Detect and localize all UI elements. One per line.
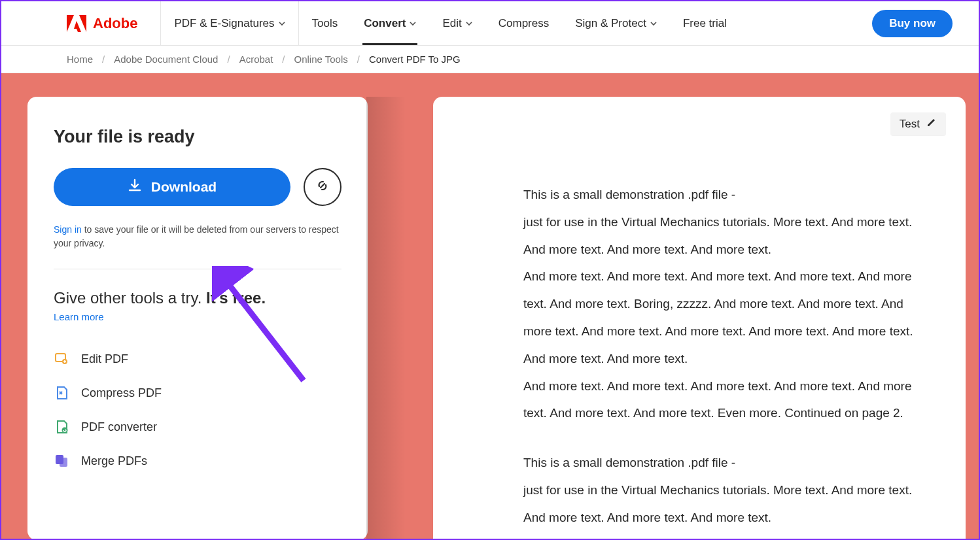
- crumb-separator: /: [227, 54, 230, 65]
- edit-pdf-icon: [54, 351, 69, 367]
- tool-label: PDF converter: [81, 420, 157, 434]
- chevron-down-icon: [410, 20, 416, 27]
- filename-label: Test: [900, 118, 920, 131]
- nav-convert[interactable]: Convert: [351, 1, 429, 45]
- nav-label: Free trial: [683, 17, 727, 30]
- crumb-current: Convert PDF To JPG: [369, 54, 461, 65]
- chevron-down-icon: [466, 20, 472, 27]
- tools-heading: Give other tools a try. It's free.: [54, 289, 341, 307]
- pdf-converter-icon: [54, 419, 69, 435]
- crumb-doc-cloud[interactable]: Adobe Document Cloud: [114, 54, 218, 65]
- document-preview: This is a small demonstration .pdf file …: [523, 181, 929, 532]
- download-icon: [128, 178, 142, 196]
- nav-free-trial[interactable]: Free trial: [670, 1, 740, 45]
- preview-panel: Test This is a small demonstration .pdf …: [433, 97, 966, 540]
- compress-pdf-icon: [54, 385, 69, 401]
- doc-line: just for use in the Virtual Mechanics tu…: [523, 209, 929, 263]
- doc-line: And more text. And more text. And more t…: [523, 373, 929, 428]
- tool-label: Compress PDF: [81, 386, 162, 400]
- crumb-acrobat[interactable]: Acrobat: [239, 54, 273, 65]
- brand-name: Adobe: [93, 15, 137, 32]
- signin-link[interactable]: Sign in: [54, 224, 82, 235]
- filename-chip[interactable]: Test: [890, 112, 946, 135]
- doc-line: This is a small demonstration .pdf file …: [523, 449, 929, 477]
- nav-label: Convert: [364, 17, 406, 30]
- doc-line: This is a small demonstration .pdf file …: [523, 181, 929, 209]
- doc-line: just for use in the Virtual Mechanics tu…: [523, 477, 929, 532]
- link-icon: [315, 178, 330, 196]
- tool-label: Merge PDFs: [81, 454, 147, 468]
- nav-label: Compress: [499, 17, 549, 30]
- download-label: Download: [151, 179, 217, 195]
- nav-items: PDF & E-Signatures Tools Convert Edit Co…: [161, 1, 740, 45]
- doc-line: And more text. And more text. And more t…: [523, 263, 929, 372]
- top-nav: Adobe PDF & E-Signatures Tools Convert E…: [1, 1, 979, 46]
- adobe-logo-icon: [67, 15, 86, 32]
- nav-tools[interactable]: Tools: [298, 1, 351, 45]
- divider: [54, 269, 341, 269]
- pencil-icon: [926, 117, 937, 131]
- result-panel: Your file is ready Download Sign in to s…: [27, 97, 368, 540]
- crumb-separator: /: [357, 54, 360, 65]
- tool-label: Edit PDF: [81, 352, 128, 366]
- nav-label: Edit: [442, 17, 461, 30]
- learn-more-link[interactable]: Learn more: [54, 311, 104, 322]
- nav-sign-protect[interactable]: Sign & Protect: [562, 1, 670, 45]
- page-title: Your file is ready: [54, 127, 341, 147]
- stage: Your file is ready Download Sign in to s…: [1, 73, 979, 540]
- tool-edit-pdf[interactable]: Edit PDF: [54, 342, 341, 376]
- tools-heading-b: It's free.: [206, 289, 266, 307]
- merge-pdfs-icon: [54, 453, 69, 469]
- tools-heading-a: Give other tools a try.: [54, 289, 206, 307]
- download-row: Download: [54, 168, 341, 206]
- tool-merge-pdfs[interactable]: Merge PDFs: [54, 444, 341, 478]
- nav-compress[interactable]: Compress: [485, 1, 562, 45]
- nav-label: PDF & E-Signatures: [174, 17, 274, 30]
- nav-edit[interactable]: Edit: [429, 1, 485, 45]
- svg-rect-4: [60, 458, 67, 467]
- nav-label: Tools: [312, 17, 338, 30]
- nav-label: Sign & Protect: [575, 17, 646, 30]
- crumb-separator: /: [282, 54, 285, 65]
- tool-compress-pdf[interactable]: Compress PDF: [54, 376, 341, 410]
- breadcrumb: Home / Adobe Document Cloud / Acrobat / …: [1, 46, 979, 73]
- crumb-home[interactable]: Home: [67, 54, 93, 65]
- chevron-down-icon: [279, 20, 285, 27]
- svg-point-2: [62, 428, 68, 433]
- signin-note: Sign in to save your file or it will be …: [54, 223, 341, 250]
- tool-pdf-converter[interactable]: PDF converter: [54, 410, 341, 444]
- crumb-online-tools[interactable]: Online Tools: [294, 54, 348, 65]
- brand[interactable]: Adobe: [67, 1, 161, 46]
- signin-rest: to save your file or it will be deleted …: [54, 224, 339, 248]
- chevron-down-icon: [650, 20, 657, 27]
- buy-now-button[interactable]: Buy now: [872, 10, 953, 37]
- copy-link-button[interactable]: [304, 168, 341, 206]
- nav-pdf-esignatures[interactable]: PDF & E-Signatures: [161, 1, 298, 45]
- crumb-separator: /: [102, 54, 105, 65]
- download-button[interactable]: Download: [54, 168, 290, 206]
